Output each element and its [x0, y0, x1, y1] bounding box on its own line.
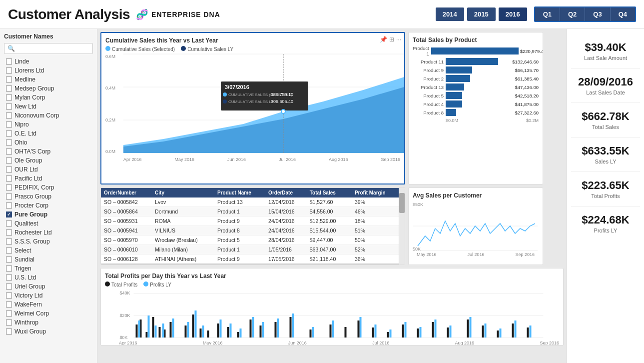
- q2-button[interactable]: Q2: [560, 8, 585, 21]
- customer-checkbox: ✓: [6, 212, 12, 218]
- table-cell: Product 5: [214, 236, 265, 245]
- customer-item[interactable]: Victory Ltd: [4, 291, 93, 300]
- customer-checkbox: [6, 266, 12, 272]
- product-bar-container: [446, 100, 513, 108]
- customer-item[interactable]: ✓Pure Group: [4, 210, 93, 219]
- total-margin: 34%: [352, 264, 399, 265]
- q1-button[interactable]: Q1: [535, 8, 560, 21]
- customer-item[interactable]: U.S. Ltd: [4, 273, 93, 282]
- customer-item[interactable]: PEDIFIX, Corp: [4, 183, 93, 192]
- svg-text:CUMULATIVE SALES LY: CUMULATIVE SALES LY: [228, 100, 274, 104]
- table-row: SO – 0005931ROMAProduct 924/04/2016$12,5…: [101, 216, 399, 226]
- legend-ly: Cumulative Sales LY: [181, 46, 233, 52]
- year-2014-button[interactable]: 2014: [436, 8, 464, 21]
- table-row: SO – 0005941VILNIUSProduct 824/04/2016$1…: [101, 226, 399, 236]
- product-value: $47,436.00: [515, 84, 539, 90]
- customer-item[interactable]: S.S.S. Group: [4, 237, 93, 246]
- customer-checkbox: [6, 130, 12, 136]
- customer-item[interactable]: Select: [4, 246, 93, 255]
- stat-value: $633.55K: [571, 144, 640, 158]
- chart-expand-btn[interactable]: ⊞: [389, 36, 394, 43]
- search-container: 🔍: [4, 43, 93, 54]
- col-margin: Profit Margin: [352, 188, 399, 198]
- customer-item[interactable]: Ohio: [4, 138, 93, 147]
- customer-checkbox: [6, 284, 12, 290]
- customer-item[interactable]: Wuxi Group: [4, 327, 93, 336]
- customer-item[interactable]: Nipro: [4, 120, 93, 129]
- svg-rect-57: [240, 328, 242, 338]
- customer-list: LindeLlorens LtdMedlineMedsep GroupMylan…: [4, 57, 93, 336]
- customer-item[interactable]: O.E. Ltd: [4, 129, 93, 138]
- customer-item[interactable]: OHTA'S Corp: [4, 147, 93, 156]
- customer-item[interactable]: New Ltd: [4, 102, 93, 111]
- customer-name: Medsep Group: [14, 85, 54, 92]
- customer-item[interactable]: Sundial: [4, 255, 93, 264]
- customer-item[interactable]: Medline: [4, 75, 93, 84]
- product-name-label: Product 8: [413, 110, 444, 116]
- customer-item[interactable]: Procter Corp: [4, 201, 93, 210]
- table-cell: Product 13: [214, 198, 265, 207]
- year-2015-button[interactable]: 2015: [467, 8, 496, 21]
- table-cell: $12,529.00: [307, 216, 352, 226]
- chart-pin-btn[interactable]: 📌: [380, 36, 387, 43]
- table-cell: SO – 0006128: [101, 254, 152, 264]
- customer-item[interactable]: Trigen: [4, 264, 93, 273]
- col-sales: Total Sales: [307, 188, 352, 198]
- customer-item[interactable]: Winthrop: [4, 318, 93, 327]
- profits-title: Total Profits per Day this Year vs Last …: [105, 272, 559, 280]
- search-input[interactable]: [16, 46, 89, 52]
- table-cell: SO – 0005970: [101, 236, 152, 245]
- customer-checkbox: [6, 184, 12, 190]
- svg-text:$0K: $0K: [120, 335, 128, 340]
- cumulative-y-labels: 0.6M 0.4M 0.2M 0.0M: [105, 54, 123, 154]
- svg-rect-86: [512, 324, 514, 338]
- customer-item[interactable]: Prasco Group: [4, 192, 93, 201]
- product-bar: [431, 48, 519, 54]
- svg-rect-67: [405, 322, 407, 338]
- brand-logo: 🧬 ENTERPRISE DNA: [136, 8, 220, 20]
- customer-name: Pacific Ltd: [14, 175, 42, 182]
- customer-item[interactable]: Linde: [4, 57, 93, 66]
- customer-name: Medline: [14, 76, 35, 83]
- chart-menu-btn[interactable]: ···: [396, 36, 401, 43]
- customer-checkbox: [6, 310, 12, 316]
- customer-name: Prasco Group: [14, 193, 51, 200]
- product-bar-container: [446, 58, 511, 65]
- customer-name: Linde: [14, 58, 29, 65]
- svg-rect-60: [277, 318, 279, 338]
- table-scrollbar[interactable]: [399, 188, 405, 265]
- svg-rect-38: [227, 327, 229, 338]
- customer-item[interactable]: Llorens Ltd: [4, 66, 93, 75]
- svg-rect-28: [146, 332, 148, 338]
- customer-item[interactable]: Ole Group: [4, 156, 93, 165]
- svg-rect-64: [360, 317, 362, 338]
- svg-rect-46: [345, 327, 347, 338]
- svg-rect-62: [312, 327, 314, 338]
- page-title: Customer Analysis: [8, 6, 130, 22]
- customer-item[interactable]: Pacific Ltd: [4, 174, 93, 183]
- customer-item[interactable]: WakeFern: [4, 300, 93, 309]
- stat-item: $224.68KProfits LY: [571, 206, 640, 240]
- svg-rect-63: [332, 320, 334, 338]
- product-row: Product 1$220,979.40: [413, 46, 539, 56]
- customer-item[interactable]: Weimei Corp: [4, 309, 93, 318]
- customer-item[interactable]: Qualitest: [4, 219, 93, 228]
- product-row: Product 2$61,385.40: [413, 75, 539, 82]
- svg-rect-84: [482, 326, 484, 338]
- svg-rect-76: [358, 320, 360, 338]
- customer-item[interactable]: Niconovum Corp: [4, 111, 93, 120]
- customer-item[interactable]: Mylan Corp: [4, 93, 93, 102]
- table-cell: $1,527.60: [307, 198, 352, 207]
- table-cell: Milano (Milan): [152, 245, 214, 254]
- year-2016-button[interactable]: 2016: [499, 8, 527, 21]
- customer-item[interactable]: Uriel Group: [4, 282, 93, 291]
- customer-item[interactable]: Medsep Group: [4, 84, 93, 93]
- svg-rect-71: [470, 317, 472, 338]
- customer-item[interactable]: Rochester Ltd: [4, 228, 93, 237]
- table-cell: Wroclaw (Breslau): [152, 236, 214, 245]
- stat-item: $633.55KSales LY: [571, 138, 640, 172]
- q3-button[interactable]: Q3: [585, 8, 610, 21]
- customer-item[interactable]: OUR Ltd: [4, 165, 93, 174]
- svg-rect-52: [187, 322, 189, 338]
- q4-button[interactable]: Q4: [611, 8, 635, 21]
